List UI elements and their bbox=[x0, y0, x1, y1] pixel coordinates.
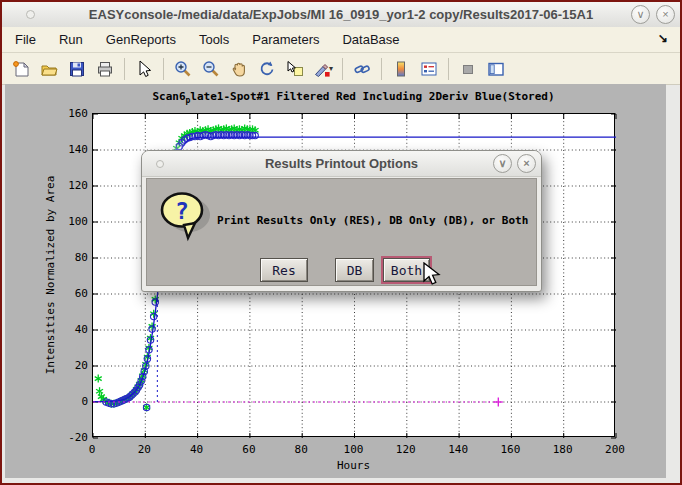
y-tick-label: 100 bbox=[68, 215, 88, 228]
open-file-icon bbox=[40, 60, 58, 78]
open-file-button[interactable] bbox=[36, 56, 62, 82]
dialog-title: Results Printout Options bbox=[265, 156, 418, 171]
y-tick-label: 60 bbox=[75, 287, 88, 300]
window-collapse-button[interactable]: ∨ bbox=[631, 5, 650, 24]
y-tick-label: 20 bbox=[75, 359, 88, 372]
menubar: File Run GenReports Tools Parameters Dat… bbox=[2, 27, 680, 53]
link-plot-icon bbox=[353, 60, 371, 78]
y-tick-label: 120 bbox=[68, 179, 88, 192]
x-tick-label: 180 bbox=[553, 443, 573, 456]
x-tick-label: 60 bbox=[242, 443, 255, 456]
x-tick-labels: 020406080100120140160180200 bbox=[92, 443, 615, 456]
insert-legend-button[interactable] bbox=[416, 56, 442, 82]
menu-tools[interactable]: Tools bbox=[196, 30, 232, 49]
dialog-message: Print Results Only (RES), DB Only (DB), … bbox=[217, 214, 528, 227]
x-tick-label: 120 bbox=[396, 443, 416, 456]
pan-hand-button[interactable] bbox=[226, 56, 252, 82]
y-tick-label: 0 bbox=[81, 395, 88, 408]
res-button[interactable]: Res bbox=[260, 258, 308, 282]
insert-colorbar-icon bbox=[392, 60, 410, 78]
dialog-body: ? Print Results Only (RES), DB Only (DB)… bbox=[146, 178, 537, 286]
save-figure-button[interactable] bbox=[64, 56, 90, 82]
y-tick-label: 40 bbox=[75, 323, 88, 336]
pointer-icon bbox=[135, 60, 153, 78]
x-tick-label: 160 bbox=[500, 443, 520, 456]
window-titlebar[interactable]: EASYconsole-/media/data/ExpJobs/MI 16_09… bbox=[2, 2, 680, 27]
toolbar-separator bbox=[163, 58, 164, 80]
menu-file[interactable]: File bbox=[12, 30, 39, 49]
show-plot-tools-icon bbox=[487, 60, 505, 78]
menu-database[interactable]: DataBase bbox=[339, 30, 402, 49]
y-tick-label: -20 bbox=[68, 431, 88, 444]
db-button[interactable]: DB bbox=[335, 258, 374, 282]
y-tick-label: 140 bbox=[68, 143, 88, 156]
insert-colorbar-button[interactable] bbox=[388, 56, 414, 82]
menu-run[interactable]: Run bbox=[56, 30, 86, 49]
brush-dropdown-icon[interactable]: ▾ bbox=[329, 64, 333, 73]
rotate-3d-button[interactable] bbox=[254, 56, 280, 82]
zoom-in-button[interactable] bbox=[170, 56, 196, 82]
menu-parameters[interactable]: Parameters bbox=[249, 30, 322, 49]
toolbar-separator bbox=[342, 58, 343, 80]
new-figure-icon bbox=[12, 60, 30, 78]
dialog-close-button[interactable]: × bbox=[517, 154, 536, 173]
save-figure-icon bbox=[68, 60, 86, 78]
x-tick-label: 200 bbox=[605, 443, 625, 456]
x-tick-label: 80 bbox=[295, 443, 308, 456]
x-axis-label: Hours bbox=[92, 459, 615, 472]
insert-legend-icon bbox=[420, 60, 438, 78]
zoom-out-button[interactable] bbox=[198, 56, 224, 82]
pan-hand-icon bbox=[230, 60, 248, 78]
plot-title: Scan6plate1-Spot#1 Filtered Red Includin… bbox=[92, 90, 615, 105]
svg-text:?: ? bbox=[175, 198, 189, 224]
zoom-out-icon bbox=[202, 60, 220, 78]
app-window: EASYconsole-/media/data/ExpJobs/MI 16_09… bbox=[0, 0, 682, 485]
dialog-orb-icon bbox=[156, 160, 164, 168]
results-printout-dialog: Results Printout Options ∨ × ? Print Res… bbox=[141, 150, 542, 292]
pointer-button[interactable] bbox=[131, 56, 157, 82]
zoom-in-icon bbox=[174, 60, 192, 78]
brush-button[interactable]: ▾ bbox=[310, 56, 336, 82]
menu-genreports[interactable]: GenReports bbox=[103, 30, 179, 49]
chevron-down-icon: ∨ bbox=[636, 8, 644, 20]
x-tick-label: 100 bbox=[344, 443, 364, 456]
data-cursor-button[interactable] bbox=[282, 56, 308, 82]
y-tick-labels: -20020406080100120140160 bbox=[49, 113, 88, 437]
menu-overflow-icon[interactable]: ↘ bbox=[658, 31, 668, 45]
hide-plot-tools-icon bbox=[459, 60, 477, 78]
new-figure-button[interactable] bbox=[8, 56, 34, 82]
dialog-collapse-button[interactable]: ∨ bbox=[493, 154, 512, 173]
mouse-cursor-icon bbox=[422, 262, 444, 286]
hide-plot-tools-button[interactable] bbox=[455, 56, 481, 82]
x-tick-label: 40 bbox=[190, 443, 203, 456]
print-figure-icon bbox=[96, 60, 114, 78]
y-tick-label: 160 bbox=[68, 107, 88, 120]
x-tick-label: 140 bbox=[448, 443, 468, 456]
data-cursor-icon bbox=[286, 60, 304, 78]
show-plot-tools-button[interactable] bbox=[483, 56, 509, 82]
rotate-3d-icon bbox=[258, 60, 276, 78]
y-tick-label: 80 bbox=[75, 251, 88, 264]
chevron-down-icon: ∨ bbox=[498, 157, 506, 169]
print-figure-button[interactable] bbox=[92, 56, 118, 82]
toolbar: ▾ bbox=[2, 53, 680, 85]
toolbar-separator bbox=[381, 58, 382, 80]
window-title: EASYconsole-/media/data/ExpJobs/MI 16_09… bbox=[2, 7, 680, 22]
toolbar-separator bbox=[448, 58, 449, 80]
window-orb-icon bbox=[26, 10, 35, 19]
question-bubble-icon: ? bbox=[157, 189, 213, 243]
close-icon: × bbox=[662, 8, 668, 20]
link-plot-button[interactable] bbox=[349, 56, 375, 82]
close-icon: × bbox=[523, 157, 529, 169]
window-close-button[interactable]: × bbox=[656, 5, 675, 24]
dialog-titlebar[interactable]: Results Printout Options ∨ × bbox=[142, 151, 541, 177]
x-tick-label: 0 bbox=[89, 443, 96, 456]
x-tick-label: 20 bbox=[138, 443, 151, 456]
toolbar-separator bbox=[124, 58, 125, 80]
